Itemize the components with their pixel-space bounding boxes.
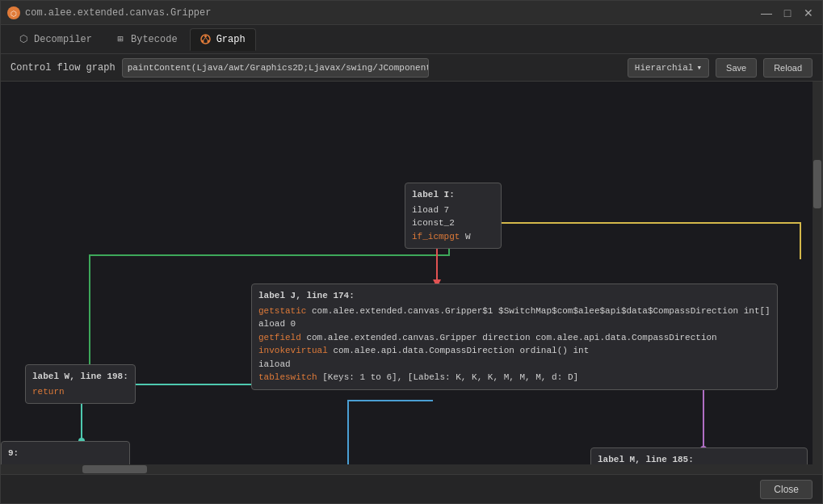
node-partial-title: 9:: [8, 447, 123, 460]
node-i-title: label I:: [412, 188, 494, 202]
tab-decompiler[interactable]: ⬡ Decompiler: [7, 28, 103, 51]
window-title: com.alee.extended.canvas.Gripper: [25, 7, 211, 19]
node-w-line1: return: [32, 385, 128, 399]
close-window-button[interactable]: ✕: [801, 6, 816, 20]
node-j-line3: getfield com.alee.extended.canvas.Grippe…: [258, 331, 771, 345]
save-button[interactable]: Save: [716, 58, 757, 78]
node-j-line6: tableswitch [Keys: 1 to 6], [Labels: K, …: [258, 371, 771, 384]
view-mode-dropdown[interactable]: Hierarchial ▾: [628, 58, 709, 78]
reload-button[interactable]: Reload: [763, 58, 813, 78]
node-j-title: label J, line 174:: [258, 289, 771, 303]
view-mode-label: Hierarchial: [635, 63, 694, 73]
svg-text:⬡: ⬡: [10, 10, 17, 18]
app-icon: ⬡: [7, 6, 20, 19]
svg-point-3: [204, 36, 207, 38]
close-button[interactable]: Close: [760, 480, 813, 499]
minimize-button[interactable]: —: [759, 6, 774, 20]
toolbar-label: Control flow graph: [10, 62, 115, 74]
title-bar-controls: — □ ✕: [759, 6, 816, 20]
node-j[interactable]: label J, line 174: getstatic com.alee.ex…: [251, 284, 778, 390]
node-j-line5: iaload: [258, 358, 771, 372]
svg-line-7: [206, 38, 208, 41]
vertical-scrollbar-thumb[interactable]: [813, 160, 821, 208]
graph-area[interactable]: label I: iload 7 iconst_2 if_icmpgt W la…: [1, 82, 822, 474]
bytecode-tab-icon: ⊞: [115, 34, 126, 45]
method-select[interactable]: paintContent(Ljava/awt/Graphics2D;Ljavax…: [122, 58, 429, 78]
decompiler-tab-icon: ⬡: [18, 34, 29, 45]
main-window: ⬡ com.alee.extended.canvas.Gripper — □ ✕…: [0, 0, 823, 504]
node-i-line2: iconst_2: [412, 216, 494, 230]
toolbar: Control flow graph paintContent(Ljava/aw…: [1, 54, 822, 82]
node-j-line4: invokevirtual com.alee.api.data.CompassD…: [258, 344, 771, 358]
tab-decompiler-label: Decompiler: [34, 34, 92, 45]
node-i-line3: if_icmpgt W: [412, 230, 494, 244]
node-w[interactable]: label W, line 198: return: [25, 364, 136, 404]
node-i[interactable]: label I: iload 7 iconst_2 if_icmpgt W: [405, 183, 502, 249]
graph-canvas: label I: iload 7 iconst_2 if_icmpgt W la…: [1, 82, 822, 474]
view-mode-arrow: ▾: [696, 62, 702, 73]
title-bar-left: ⬡ com.alee.extended.canvas.Gripper: [7, 6, 211, 19]
horizontal-scrollbar[interactable]: [1, 464, 813, 474]
tab-graph[interactable]: Graph: [190, 28, 256, 51]
node-w-title: label W, line 198:: [32, 370, 128, 384]
graph-tab-icon: [200, 34, 212, 45]
connections-svg: [1, 82, 822, 474]
title-bar: ⬡ com.alee.extended.canvas.Gripper — □ ✕: [1, 1, 822, 25]
tab-bytecode-label: Bytecode: [131, 34, 178, 45]
tab-graph-label: Graph: [216, 34, 246, 45]
vertical-scrollbar[interactable]: [813, 82, 822, 474]
horizontal-scrollbar-thumb[interactable]: [82, 465, 147, 473]
svg-line-6: [204, 38, 206, 41]
node-j-line2: aload 0: [258, 317, 771, 331]
footer: Close: [1, 474, 822, 503]
node-i-line1: iload 7: [412, 204, 494, 217]
node-j-line1: getstatic com.alee.extended.canvas.Gripp…: [258, 304, 771, 318]
method-select-value: paintContent(Ljava/awt/Graphics2D;Ljavax…: [128, 63, 429, 73]
tab-bar: ⬡ Decompiler ⊞ Bytecode Graph: [1, 25, 822, 54]
tab-bytecode[interactable]: ⊞ Bytecode: [104, 28, 188, 51]
maximize-button[interactable]: □: [780, 6, 795, 20]
